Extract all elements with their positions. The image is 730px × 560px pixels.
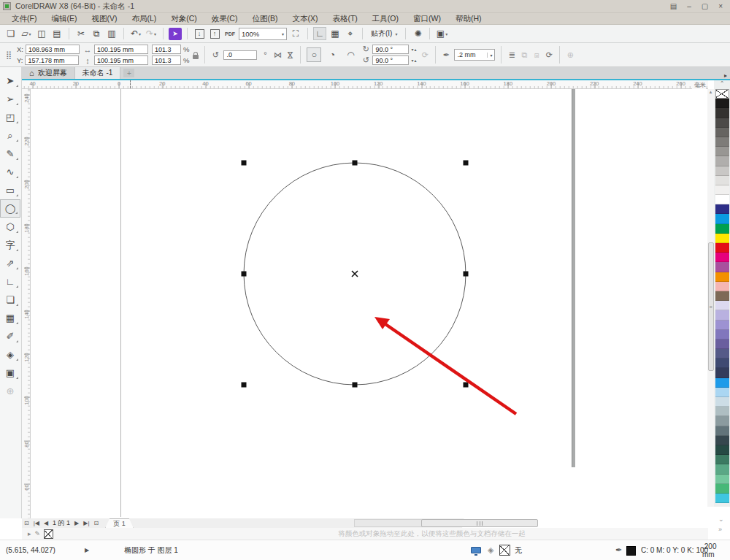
show-guidelines-icon[interactable]: ⌖ <box>344 27 357 40</box>
palette-scroll-down-button[interactable]: ⌄ <box>718 515 724 523</box>
x-position-field[interactable]: 108.963 mm <box>26 45 80 54</box>
shape-tool[interactable]: ➢ <box>0 90 20 108</box>
palette-swatch[interactable] <box>715 494 729 503</box>
paste-icon[interactable]: ▥ <box>105 27 118 40</box>
outline-color-swatch[interactable] <box>626 546 636 556</box>
doc-palette-no-color-swatch[interactable] <box>44 529 53 539</box>
palette-swatch[interactable] <box>715 388 729 397</box>
snap-to-dropdown[interactable]: 贴齐(I)▾ <box>368 27 400 40</box>
palette-swatch[interactable] <box>715 330 729 340</box>
palette-swatch[interactable] <box>715 291 729 301</box>
palette-swatch[interactable] <box>715 282 729 291</box>
palette-swatch[interactable] <box>715 484 729 494</box>
next-page-button[interactable]: ▶ <box>72 520 81 526</box>
zoom-tool[interactable]: ⌕ <box>0 126 20 145</box>
save-icon[interactable]: ◫ <box>35 27 48 40</box>
palette-swatch[interactable] <box>715 455 729 464</box>
palette-swatch[interactable] <box>715 166 729 176</box>
mirror-vertical-icon[interactable]: ⋈ <box>285 50 295 59</box>
palette-swatch[interactable] <box>715 368 729 377</box>
convert-icon[interactable]: ⟳ <box>545 50 553 60</box>
palette-expand-button[interactable]: » <box>718 526 722 533</box>
object-width-field[interactable]: 100.195 mm <box>94 45 148 54</box>
artistic-media-tool[interactable]: ∿ <box>0 163 20 181</box>
new-document-icon[interactable]: ❏ <box>4 27 18 40</box>
palette-swatch[interactable] <box>715 262 729 272</box>
options-icon[interactable]: ✺ <box>411 27 424 40</box>
cut-icon[interactable]: ✂ <box>74 27 88 40</box>
freehand-tool[interactable]: ✎ <box>0 145 20 163</box>
document-color-settings-icon[interactable] <box>471 547 481 553</box>
palette-scroll-up-button[interactable]: ⌃ <box>714 80 730 89</box>
add-page-start-button[interactable]: ⊡ <box>22 520 31 526</box>
lock-ratio-icon[interactable] <box>193 55 199 59</box>
open-icon[interactable]: ▱▾ <box>20 27 33 40</box>
scroll-up-icon[interactable]: ▲ <box>707 90 714 94</box>
polygon-tool[interactable]: ⬡ <box>0 218 20 236</box>
tab-untitled-document[interactable]: 未命名 -1 <box>74 67 121 79</box>
palette-swatch[interactable] <box>715 416 729 426</box>
menu-table[interactable]: 表格(T) <box>325 14 364 24</box>
palette-swatch[interactable] <box>715 234 729 243</box>
menu-text[interactable]: 文本(X) <box>285 14 325 24</box>
outline-width-select[interactable]: .2 mm▾ <box>454 49 495 61</box>
close-button[interactable]: × <box>718 3 723 10</box>
palette-swatch[interactable] <box>715 156 729 166</box>
scale-x-field[interactable]: 101.3 <box>152 45 181 54</box>
ellipse-tool[interactable]: ◯ <box>0 199 20 218</box>
menu-help[interactable]: 帮助(H) <box>448 14 489 24</box>
fill-none-swatch[interactable] <box>499 545 510 556</box>
connector-tool[interactable]: ∟ <box>0 272 20 291</box>
arc-mode-button[interactable]: ◠ <box>343 47 358 62</box>
previous-page-button[interactable]: ◀ <box>42 520 50 526</box>
doc-palette-eyedropper-icon[interactable]: ✎ <box>35 530 41 537</box>
menu-object[interactable]: 对象(C) <box>164 14 204 24</box>
end-angle-spinner[interactable]: ▾▴ <box>411 58 417 63</box>
drop-shadow-tool[interactable]: ❏ <box>0 291 20 309</box>
palette-no-color-swatch[interactable] <box>715 89 729 99</box>
customize-tool[interactable]: ⊕ <box>0 382 20 400</box>
palette-swatch[interactable] <box>715 321 729 330</box>
palette-swatch[interactable] <box>715 204 729 214</box>
parallel-dimension-tool[interactable]: ⇗ <box>0 254 20 272</box>
palette-swatch[interactable] <box>715 475 729 484</box>
palette-swatch[interactable] <box>715 340 729 349</box>
launcher-icon[interactable]: ▣▾ <box>435 27 448 40</box>
new-tab-button[interactable]: + <box>123 69 134 77</box>
palette-swatch[interactable] <box>715 176 729 185</box>
vertical-ruler[interactable]: 2402202001801601401201008060 <box>22 89 31 518</box>
menu-window[interactable]: 窗口(W) <box>406 14 448 24</box>
palette-swatch[interactable] <box>715 128 729 137</box>
mirror-horizontal-icon[interactable]: ⋈ <box>273 50 282 60</box>
palette-swatch[interactable] <box>715 118 729 128</box>
tab-welcome-screen[interactable]: ⌂ 欢迎屏幕 <box>22 67 74 79</box>
color-eyedropper-tool[interactable]: ✐ <box>0 327 20 345</box>
palette-swatch[interactable] <box>715 301 729 310</box>
palette-swatch[interactable] <box>715 253 729 262</box>
scale-y-field[interactable]: 101.3 <box>152 55 181 65</box>
smart-fill-tool[interactable]: ▣ <box>0 364 20 382</box>
crop-tool[interactable]: ◰ <box>0 108 20 126</box>
search-content-icon[interactable]: ➤ <box>169 28 182 40</box>
start-angle-spinner[interactable]: ▾▴ <box>411 47 417 52</box>
palette-swatch[interactable] <box>715 214 729 223</box>
palette-swatch[interactable] <box>715 147 729 156</box>
page-1-tab[interactable]: 页 1 <box>105 518 134 528</box>
ellipse-mode-button[interactable]: ○ <box>307 47 321 62</box>
export-icon[interactable]: ↑ <box>208 27 221 40</box>
menu-effects[interactable]: 效果(C) <box>204 14 245 24</box>
menu-layout[interactable]: 布局(L) <box>124 14 164 24</box>
maximize-button[interactable]: ▢ <box>702 3 708 10</box>
vertical-scroll-thumb[interactable]: ≡ <box>708 242 714 371</box>
horizontal-scroll-thumb[interactable] <box>421 519 538 527</box>
palette-swatch[interactable] <box>715 445 729 455</box>
palette-swatch[interactable] <box>715 349 729 358</box>
tab-scroll-right-button[interactable]: ▸ <box>724 72 727 79</box>
palette-swatch[interactable] <box>715 224 729 234</box>
rotation-angle-field[interactable]: .0 <box>223 50 257 60</box>
palette-swatch[interactable] <box>715 358 729 368</box>
palette-swatch[interactable] <box>715 407 729 416</box>
menu-tools[interactable]: 工具(O) <box>365 14 406 24</box>
text-tool[interactable]: 字 <box>0 236 20 254</box>
transparency-tool[interactable]: ▦ <box>0 309 20 327</box>
